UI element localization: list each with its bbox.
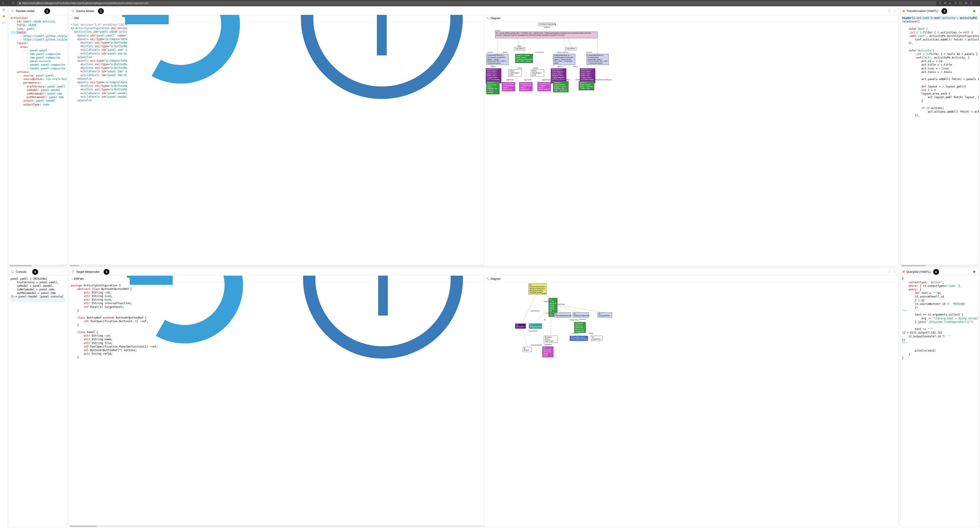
target-diagram[interactable]: ⓐ ButtonOrButtonRef String id String ico… bbox=[484, 282, 899, 527]
svg-line-28 bbox=[569, 38, 571, 47]
diagram-node[interactable]: LayoutRow bbox=[514, 47, 525, 51]
diagram-node[interactable]: CompositePanel id = 'tmodel-panel-compos… bbox=[553, 54, 575, 65]
diagram-node[interactable]: Ⓒ ButtonRef bbox=[515, 323, 526, 329]
svg-point-45 bbox=[72, 271, 73, 271]
query-editor[interactable]: [ contextType: 'Action', where: { it.out… bbox=[900, 276, 979, 527]
sidebar-icon[interactable] bbox=[959, 2, 962, 5]
sub-title: Diagram bbox=[491, 17, 501, 20]
edge-label: ref sourceButton bbox=[531, 344, 542, 346]
diagram-node[interactable]: Ⓒ Button bbox=[523, 347, 531, 352]
diagram-node[interactable]: Panel id = 'panel-smodel' name = 'XMI' f… bbox=[579, 81, 594, 90]
emfatic-editor[interactable]: package ActivityConfiguration { abstract… bbox=[69, 282, 484, 525]
profile-icon[interactable] bbox=[970, 2, 973, 5]
svg-point-13 bbox=[72, 10, 73, 11]
activity-icon[interactable] bbox=[3, 15, 5, 17]
diagram-icon bbox=[486, 277, 489, 281]
svg-rect-24 bbox=[487, 17, 487, 18]
diagram-node[interactable]: Action outputType = 'puml' bbox=[509, 70, 522, 76]
diagram-node[interactable]: CompositePanel id = 'smodel-panel-compos… bbox=[587, 54, 609, 65]
edit-icon[interactable] bbox=[62, 270, 65, 273]
favorite-icon[interactable]: ★ bbox=[949, 2, 951, 5]
diagram-node[interactable]: Ⓒ ActivityConfiguration bbox=[573, 312, 589, 318]
edge-label: toolURLs bbox=[572, 332, 578, 334]
yaml-editor[interactable]: activities: - id: yamtl-cd2db-activity t… bbox=[9, 15, 67, 265]
hierarchy-icon[interactable] bbox=[893, 10, 896, 13]
hscroll[interactable] bbox=[69, 525, 484, 527]
diagram-node[interactable]: Ⓒ ToolURL String urlPossiblyToRewrite bbox=[570, 336, 588, 341]
source-diagram[interactable]: ActivityConfigurationid = 'yamtl-cd2db-a… bbox=[484, 22, 899, 266]
svg-point-1 bbox=[939, 2, 941, 4]
panel-title: Source Model bbox=[76, 10, 94, 13]
diagram-node[interactable]: Ⓒ Activity String id String title String… bbox=[574, 322, 586, 333]
edge-label: buttons bbox=[542, 293, 547, 294]
diagram-node[interactable]: Ⓒ CompositePa bbox=[598, 312, 612, 318]
diagram-node[interactable]: Ⓒ EditorDefinitionPanel bbox=[554, 312, 571, 318]
text-size-icon[interactable]: AN bbox=[944, 2, 947, 5]
console-icon bbox=[11, 270, 14, 273]
edge-label: sourcePanel bbox=[535, 51, 544, 53]
run-button[interactable] bbox=[973, 271, 975, 273]
collections-icon[interactable] bbox=[964, 2, 967, 5]
menu-icon[interactable] bbox=[2, 8, 6, 11]
diagram-node[interactable]: Panel id = 'panel-smm' name = 'EMFatic' … bbox=[486, 81, 500, 94]
diagram-node[interactable]: ActivityConfiguration bbox=[539, 23, 555, 26]
svg-point-15 bbox=[72, 11, 73, 12]
diagram-icon bbox=[486, 17, 489, 20]
yamtl-icon bbox=[902, 271, 905, 273]
svg-text:i: i bbox=[3, 22, 4, 24]
back-icon[interactable] bbox=[2, 2, 5, 5]
badge-6: 6 bbox=[933, 269, 939, 275]
run-button[interactable] bbox=[973, 10, 975, 12]
svg-point-50 bbox=[894, 272, 894, 273]
sub-title: Diagram bbox=[491, 277, 501, 281]
forward-icon[interactable] bbox=[7, 2, 10, 5]
hscroll[interactable] bbox=[9, 265, 67, 266]
panel-title: Flexible model bbox=[16, 10, 35, 13]
info-icon[interactable]: i bbox=[2, 21, 6, 24]
console-output[interactable]: panel-yamtl |-{MISSING( trafoGroovy = pa… bbox=[9, 276, 67, 303]
diagram-node[interactable]: id = 'yamtl-cd2db-activity' title = 'CD2… bbox=[495, 32, 598, 38]
hscroll[interactable] bbox=[69, 265, 484, 266]
edge-label: ref bbox=[544, 319, 546, 320]
svg-rect-5 bbox=[965, 2, 967, 4]
edge-label: output childPanels targetPanel bbox=[549, 79, 570, 81]
hscroll[interactable] bbox=[900, 265, 979, 266]
diagram-node[interactable]: Argument key = 'metamodel' value = 'pane… bbox=[502, 82, 515, 91]
edge-label: buttons bbox=[491, 66, 496, 67]
diagram-node[interactable]: Argument key = 'metamodel' value = 'pane… bbox=[519, 82, 533, 91]
diagram-node[interactable]: Panel id = 'panel-tmodel-diagram' name =… bbox=[553, 81, 569, 92]
diagram-node[interactable]: Ⓒ PanelDefinition bbox=[529, 323, 542, 329]
search-icon[interactable] bbox=[939, 2, 942, 5]
diagram-node[interactable]: Argument key = 'model' value = 'panel-tm… bbox=[538, 82, 551, 91]
trafo-editor[interactable]: header().in('yaml').out('activity', acti… bbox=[900, 15, 979, 265]
svg-line-62 bbox=[553, 304, 604, 312]
diagram-node[interactable]: Ⓒ LayoutRow bbox=[591, 336, 603, 341]
diagram-node[interactable]: Action outputType = 'puml' bbox=[531, 70, 544, 76]
svg-rect-56 bbox=[487, 277, 487, 279]
edge-label: Activity bbox=[495, 30, 500, 32]
address-bar[interactable]: https://yamtl.github.io/playground/?acti… bbox=[17, 1, 936, 5]
diagram-node[interactable]: Ⓒ Argument String key String value bbox=[542, 346, 554, 358]
edge-label: layout bbox=[589, 332, 593, 334]
svg-text:xmi: xmi bbox=[72, 18, 72, 19]
xmi-editor[interactable]: <?xml version="1.0" encoding="ISO-8 <a:A… bbox=[69, 22, 484, 265]
svg-rect-48 bbox=[889, 271, 891, 273]
extensions-icon[interactable] bbox=[954, 2, 957, 5]
diagram-node[interactable]: CompositePanel id = 'tmm-panel-composite… bbox=[486, 54, 509, 65]
svg-point-7 bbox=[971, 2, 972, 3]
diagram-node[interactable]: LayoutRow bbox=[565, 47, 576, 51]
reload-icon[interactable] bbox=[11, 2, 15, 5]
hierarchy-icon[interactable] bbox=[893, 270, 896, 273]
document-icon[interactable] bbox=[888, 10, 891, 13]
panel-title: Target Metamodel bbox=[76, 270, 99, 273]
edge-label: sourcePanel bbox=[528, 330, 537, 332]
badge-4: 4 bbox=[32, 269, 38, 275]
emfatic-pane: E EMFatic i package ActivityConfiguratio… bbox=[69, 276, 484, 527]
diagram-node[interactable]: Panel id = 'panel-yamtl' name = 'Transfo… bbox=[515, 54, 533, 63]
panel-source-model: 2 Source Model xmi XMI i <?xml v bbox=[69, 7, 899, 266]
more-icon[interactable]: ··· bbox=[975, 2, 978, 5]
document-icon[interactable] bbox=[888, 270, 891, 273]
svg-point-46 bbox=[73, 271, 74, 271]
tree-icon bbox=[11, 10, 14, 13]
diagram-node[interactable]: Ⓒ Action String outputType bbox=[544, 336, 557, 343]
